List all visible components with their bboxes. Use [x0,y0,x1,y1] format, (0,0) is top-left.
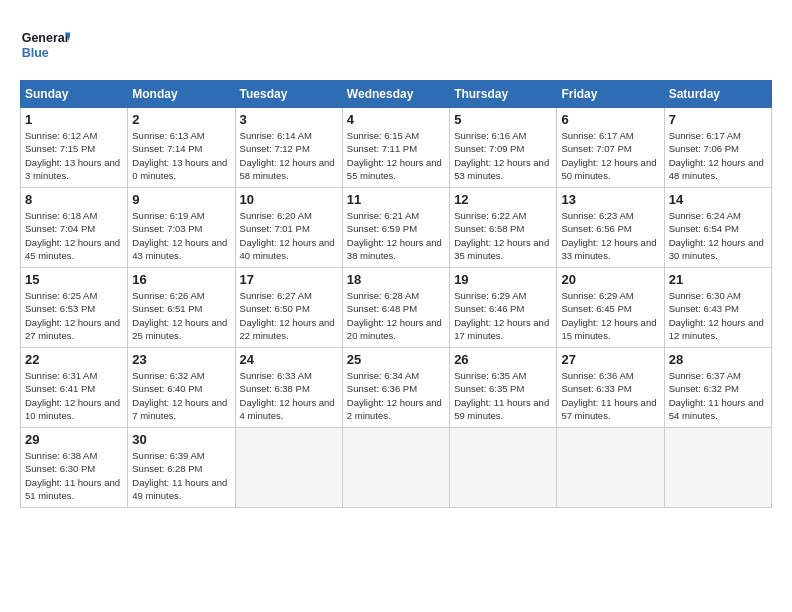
day-info: Sunrise: 6:27 AM Sunset: 6:50 PM Dayligh… [240,289,338,342]
day-info: Sunrise: 6:25 AM Sunset: 6:53 PM Dayligh… [25,289,123,342]
calendar-day [557,428,664,508]
calendar-day: 27 Sunrise: 6:36 AM Sunset: 6:33 PM Dayl… [557,348,664,428]
weekday-header-tuesday: Tuesday [235,81,342,108]
calendar-day [450,428,557,508]
calendar-day: 3 Sunrise: 6:14 AM Sunset: 7:12 PM Dayli… [235,108,342,188]
day-info: Sunrise: 6:34 AM Sunset: 6:36 PM Dayligh… [347,369,445,422]
day-number: 18 [347,272,445,287]
calendar-day: 26 Sunrise: 6:35 AM Sunset: 6:35 PM Dayl… [450,348,557,428]
day-info: Sunrise: 6:23 AM Sunset: 6:56 PM Dayligh… [561,209,659,262]
day-number: 14 [669,192,767,207]
weekday-header-saturday: Saturday [664,81,771,108]
day-info: Sunrise: 6:12 AM Sunset: 7:15 PM Dayligh… [25,129,123,182]
calendar-day: 21 Sunrise: 6:30 AM Sunset: 6:43 PM Dayl… [664,268,771,348]
calendar-day: 2 Sunrise: 6:13 AM Sunset: 7:14 PM Dayli… [128,108,235,188]
day-number: 13 [561,192,659,207]
day-info: Sunrise: 6:30 AM Sunset: 6:43 PM Dayligh… [669,289,767,342]
day-number: 16 [132,272,230,287]
day-number: 8 [25,192,123,207]
calendar-day: 30 Sunrise: 6:39 AM Sunset: 6:28 PM Dayl… [128,428,235,508]
calendar-week-row: 15 Sunrise: 6:25 AM Sunset: 6:53 PM Dayl… [21,268,772,348]
calendar-day: 28 Sunrise: 6:37 AM Sunset: 6:32 PM Dayl… [664,348,771,428]
logo: General Blue [20,20,70,70]
day-info: Sunrise: 6:26 AM Sunset: 6:51 PM Dayligh… [132,289,230,342]
calendar-day: 1 Sunrise: 6:12 AM Sunset: 7:15 PM Dayli… [21,108,128,188]
calendar-day: 25 Sunrise: 6:34 AM Sunset: 6:36 PM Dayl… [342,348,449,428]
calendar-week-row: 8 Sunrise: 6:18 AM Sunset: 7:04 PM Dayli… [21,188,772,268]
day-number: 25 [347,352,445,367]
day-number: 6 [561,112,659,127]
calendar-week-row: 1 Sunrise: 6:12 AM Sunset: 7:15 PM Dayli… [21,108,772,188]
calendar-day: 10 Sunrise: 6:20 AM Sunset: 7:01 PM Dayl… [235,188,342,268]
day-number: 21 [669,272,767,287]
day-number: 28 [669,352,767,367]
logo-svg: General Blue [20,20,70,70]
day-number: 7 [669,112,767,127]
svg-text:Blue: Blue [22,47,49,61]
calendar-day: 11 Sunrise: 6:21 AM Sunset: 6:59 PM Dayl… [342,188,449,268]
svg-text:General: General [22,32,69,46]
calendar-day: 18 Sunrise: 6:28 AM Sunset: 6:48 PM Dayl… [342,268,449,348]
calendar-week-row: 29 Sunrise: 6:38 AM Sunset: 6:30 PM Dayl… [21,428,772,508]
day-number: 12 [454,192,552,207]
day-info: Sunrise: 6:31 AM Sunset: 6:41 PM Dayligh… [25,369,123,422]
day-number: 29 [25,432,123,447]
day-info: Sunrise: 6:36 AM Sunset: 6:33 PM Dayligh… [561,369,659,422]
calendar-day: 20 Sunrise: 6:29 AM Sunset: 6:45 PM Dayl… [557,268,664,348]
calendar-day: 19 Sunrise: 6:29 AM Sunset: 6:46 PM Dayl… [450,268,557,348]
calendar-day: 12 Sunrise: 6:22 AM Sunset: 6:58 PM Dayl… [450,188,557,268]
day-info: Sunrise: 6:39 AM Sunset: 6:28 PM Dayligh… [132,449,230,502]
weekday-header-row: SundayMondayTuesdayWednesdayThursdayFrid… [21,81,772,108]
day-info: Sunrise: 6:21 AM Sunset: 6:59 PM Dayligh… [347,209,445,262]
day-number: 27 [561,352,659,367]
day-info: Sunrise: 6:35 AM Sunset: 6:35 PM Dayligh… [454,369,552,422]
weekday-header-friday: Friday [557,81,664,108]
day-info: Sunrise: 6:18 AM Sunset: 7:04 PM Dayligh… [25,209,123,262]
weekday-header-sunday: Sunday [21,81,128,108]
day-number: 23 [132,352,230,367]
day-number: 9 [132,192,230,207]
day-number: 10 [240,192,338,207]
calendar-day: 13 Sunrise: 6:23 AM Sunset: 6:56 PM Dayl… [557,188,664,268]
calendar-day: 14 Sunrise: 6:24 AM Sunset: 6:54 PM Dayl… [664,188,771,268]
calendar-day: 7 Sunrise: 6:17 AM Sunset: 7:06 PM Dayli… [664,108,771,188]
day-number: 5 [454,112,552,127]
day-info: Sunrise: 6:37 AM Sunset: 6:32 PM Dayligh… [669,369,767,422]
weekday-header-thursday: Thursday [450,81,557,108]
calendar-day [664,428,771,508]
day-info: Sunrise: 6:33 AM Sunset: 6:38 PM Dayligh… [240,369,338,422]
day-info: Sunrise: 6:32 AM Sunset: 6:40 PM Dayligh… [132,369,230,422]
page-header: General Blue [20,20,772,70]
day-number: 26 [454,352,552,367]
day-info: Sunrise: 6:38 AM Sunset: 6:30 PM Dayligh… [25,449,123,502]
day-number: 11 [347,192,445,207]
day-number: 24 [240,352,338,367]
calendar-day [235,428,342,508]
day-info: Sunrise: 6:20 AM Sunset: 7:01 PM Dayligh… [240,209,338,262]
day-info: Sunrise: 6:17 AM Sunset: 7:06 PM Dayligh… [669,129,767,182]
calendar-day: 9 Sunrise: 6:19 AM Sunset: 7:03 PM Dayli… [128,188,235,268]
calendar-day: 8 Sunrise: 6:18 AM Sunset: 7:04 PM Dayli… [21,188,128,268]
calendar-day: 24 Sunrise: 6:33 AM Sunset: 6:38 PM Dayl… [235,348,342,428]
calendar-day: 15 Sunrise: 6:25 AM Sunset: 6:53 PM Dayl… [21,268,128,348]
day-number: 3 [240,112,338,127]
calendar-day: 17 Sunrise: 6:27 AM Sunset: 6:50 PM Dayl… [235,268,342,348]
calendar-day: 22 Sunrise: 6:31 AM Sunset: 6:41 PM Dayl… [21,348,128,428]
calendar-day [342,428,449,508]
day-number: 1 [25,112,123,127]
day-info: Sunrise: 6:13 AM Sunset: 7:14 PM Dayligh… [132,129,230,182]
calendar-day: 16 Sunrise: 6:26 AM Sunset: 6:51 PM Dayl… [128,268,235,348]
day-info: Sunrise: 6:24 AM Sunset: 6:54 PM Dayligh… [669,209,767,262]
weekday-header-wednesday: Wednesday [342,81,449,108]
day-number: 15 [25,272,123,287]
day-number: 30 [132,432,230,447]
weekday-header-monday: Monday [128,81,235,108]
calendar-day: 23 Sunrise: 6:32 AM Sunset: 6:40 PM Dayl… [128,348,235,428]
day-info: Sunrise: 6:14 AM Sunset: 7:12 PM Dayligh… [240,129,338,182]
calendar-day: 4 Sunrise: 6:15 AM Sunset: 7:11 PM Dayli… [342,108,449,188]
day-info: Sunrise: 6:19 AM Sunset: 7:03 PM Dayligh… [132,209,230,262]
day-info: Sunrise: 6:16 AM Sunset: 7:09 PM Dayligh… [454,129,552,182]
calendar-table: SundayMondayTuesdayWednesdayThursdayFrid… [20,80,772,508]
calendar-day: 29 Sunrise: 6:38 AM Sunset: 6:30 PM Dayl… [21,428,128,508]
day-number: 4 [347,112,445,127]
